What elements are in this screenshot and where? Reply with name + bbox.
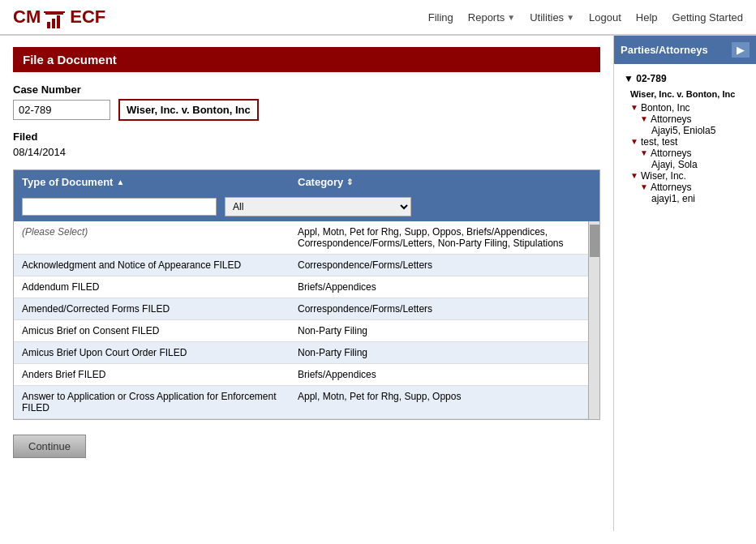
- tree-attorneys-label[interactable]: ▼ Attorneys: [617, 114, 753, 125]
- left-panel: File a Document Case Number Wiser, Inc. …: [0, 36, 614, 531]
- scrollbar-track[interactable]: [588, 221, 599, 419]
- scrollbar-thumb[interactable]: [590, 225, 599, 257]
- table-filter-row: All Appl, Motn, Pet for Rhg, Supp, Oppos…: [14, 194, 599, 221]
- svg-rect-4: [44, 11, 65, 13]
- nav-getting-started[interactable]: Getting Started: [672, 11, 743, 24]
- table-row[interactable]: Addendum FILED Briefs/Appendices: [14, 276, 588, 298]
- utilities-dropdown-arrow: ▼: [566, 13, 574, 22]
- svg-rect-3: [45, 13, 63, 15]
- table-cell-category: Correspondence/Forms/Letters: [290, 255, 588, 276]
- continue-button[interactable]: Continue: [13, 435, 86, 458]
- table-cell-type: Anders Brief FILED: [14, 364, 290, 385]
- table-cell-type: Acknowledgment and Notice of Appearance …: [14, 255, 290, 276]
- table-cell-category: Briefs/Appendices: [290, 276, 588, 298]
- svg-rect-0: [47, 22, 50, 28]
- main-layout: File a Document Case Number Wiser, Inc. …: [0, 36, 756, 531]
- table-cell-type: Amicus Brief on Consent FILED: [14, 320, 290, 341]
- tree-attorneys-label[interactable]: ▼ Attorneys: [617, 182, 753, 193]
- right-panel-header: Parties/Attorneys ▶: [614, 36, 756, 64]
- sort-cat-arrow[interactable]: ⇕: [346, 178, 353, 186]
- tree-attorneys-label[interactable]: ▼ Attorneys: [617, 148, 753, 159]
- nav-filing[interactable]: Filing: [428, 11, 453, 24]
- table-row[interactable]: Amicus Brief on Consent FILED Non-Party …: [14, 320, 588, 342]
- nav: Filing Reports ▼ Utilities ▼ Logout Help…: [428, 11, 743, 24]
- col-type-header[interactable]: Type of Document ▲: [14, 170, 290, 194]
- filed-section: Filed 08/14/2014: [13, 131, 600, 158]
- pillar-icon: [44, 8, 67, 26]
- panel-title: File a Document: [13, 47, 600, 72]
- table-row[interactable]: Amended/Corrected Forms FILED Correspond…: [14, 298, 588, 320]
- table-row[interactable]: Answer to Application or Cross Applicati…: [14, 386, 588, 419]
- tree-attorney-name: ajayi1, eni: [617, 193, 753, 204]
- header: CM ECF Filing Reports ▼ Utilities ▼ Logo…: [0, 0, 756, 36]
- filed-label: Filed: [13, 131, 600, 143]
- table-cell-type: Answer to Application or Cross Applicati…: [14, 386, 290, 418]
- tree-attorney-name: Ajayi, Sola: [617, 159, 753, 170]
- right-panel-title: Parties/Attorneys: [621, 44, 708, 56]
- table-body: (Please Select) Appl, Motn, Pet for Rhg,…: [14, 221, 588, 419]
- logo-cm: CM: [13, 6, 41, 28]
- right-panel: Parties/Attorneys ▶ ▼ 02-789Wiser, Inc. …: [614, 36, 756, 531]
- nav-reports[interactable]: Reports ▼: [468, 11, 515, 24]
- type-filter-input[interactable]: [22, 198, 217, 216]
- table-cell-type: (Please Select): [14, 221, 290, 254]
- table-row[interactable]: Anders Brief FILED Briefs/Appendices: [14, 364, 588, 386]
- svg-rect-2: [57, 15, 60, 28]
- sort-type-arrow[interactable]: ▲: [116, 178, 124, 186]
- case-title-display: Wiser, Inc. v. Bonton, Inc: [118, 99, 259, 121]
- col-category-header[interactable]: Category ⇕: [290, 170, 599, 194]
- logo: CM ECF: [13, 6, 105, 28]
- table-cell-category: Appl, Motn, Pet for Rhg, Supp, Oppos: [290, 386, 588, 418]
- table-header: Type of Document ▲ Category ⇕: [14, 170, 599, 194]
- nav-help[interactable]: Help: [636, 11, 658, 24]
- table-row[interactable]: Acknowledgment and Notice of Appearance …: [14, 255, 588, 276]
- table-row[interactable]: Amicus Brief Upon Court Order FILED Non-…: [14, 342, 588, 364]
- table-cell-type: Amicus Brief Upon Court Order FILED: [14, 342, 290, 363]
- case-number-input[interactable]: [13, 100, 110, 120]
- parties-tree: ▼ 02-789Wiser, Inc. v. Bonton, Inc▼ Bont…: [614, 64, 756, 531]
- tree-attorney-name: Ajayi5, Eniola5: [617, 125, 753, 136]
- tree-party[interactable]: ▼ Wiser, Inc.: [617, 170, 753, 182]
- table-row[interactable]: (Please Select) Appl, Motn, Pet for Rhg,…: [14, 221, 588, 255]
- case-number-label: Case Number: [13, 84, 600, 96]
- table-cell-type: Addendum FILED: [14, 276, 290, 298]
- case-number-row: Wiser, Inc. v. Bonton, Inc: [13, 99, 600, 121]
- tree-case-number[interactable]: ▼ 02-789: [617, 71, 753, 87]
- nav-utilities[interactable]: Utilities ▼: [530, 11, 574, 24]
- tree-party[interactable]: ▼ Bonton, Inc: [617, 102, 753, 114]
- logo-ecf: ECF: [70, 6, 105, 28]
- table-cell-category: Briefs/Appendices: [290, 364, 588, 385]
- table-scroll-area: (Please Select) Appl, Motn, Pet for Rhg,…: [14, 221, 599, 419]
- svg-rect-1: [52, 19, 55, 28]
- tree-party[interactable]: ▼ test, test: [617, 136, 753, 148]
- reports-dropdown-arrow: ▼: [507, 13, 515, 22]
- filed-date: 08/14/2014: [13, 146, 600, 158]
- table-cell-type: Amended/Corrected Forms FILED: [14, 298, 290, 319]
- table-cell-category: Appl, Motn, Pet for Rhg, Supp, Oppos, Br…: [290, 221, 588, 254]
- table-cell-category: Non-Party Filing: [290, 320, 588, 341]
- document-table: Type of Document ▲ Category ⇕ All Appl, …: [13, 169, 600, 420]
- nav-logout[interactable]: Logout: [589, 11, 621, 24]
- tree-case-title: Wiser, Inc. v. Bonton, Inc: [617, 87, 753, 102]
- table-cell-category: Correspondence/Forms/Letters: [290, 298, 588, 319]
- right-panel-collapse-button[interactable]: ▶: [732, 42, 750, 58]
- table-cell-category: Non-Party Filing: [290, 342, 588, 363]
- category-filter-select[interactable]: All Appl, Motn, Pet for Rhg, Supp, Oppos…: [225, 197, 411, 216]
